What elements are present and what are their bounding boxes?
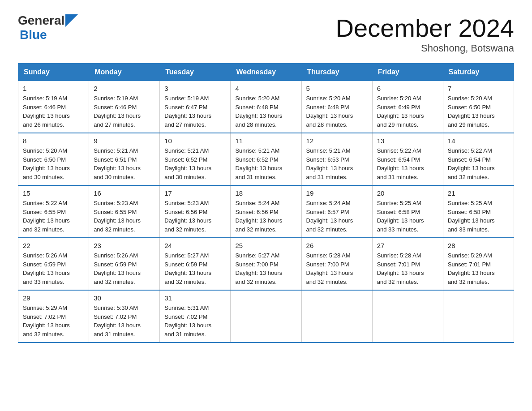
day-number: 23 (94, 242, 155, 249)
calendar-cell: 27Sunrise: 5:28 AM Sunset: 7:01 PM Dayli… (372, 238, 443, 290)
calendar-cell: 29Sunrise: 5:29 AM Sunset: 7:02 PM Dayli… (18, 290, 89, 342)
calendar-cell: 2Sunrise: 5:19 AM Sunset: 6:46 PM Daylig… (89, 81, 160, 133)
day-info: Sunrise: 5:20 AM Sunset: 6:48 PM Dayligh… (306, 94, 368, 129)
day-number: 8 (23, 137, 84, 145)
week-row-1: 1Sunrise: 5:19 AM Sunset: 6:46 PM Daylig… (18, 81, 514, 133)
day-number: 7 (448, 85, 509, 92)
day-info: Sunrise: 5:21 AM Sunset: 6:51 PM Dayligh… (94, 146, 155, 181)
calendar-subtitle: Shoshong, Botswana (336, 43, 514, 54)
day-info: Sunrise: 5:28 AM Sunset: 7:00 PM Dayligh… (306, 251, 368, 286)
calendar-cell: 11Sunrise: 5:21 AM Sunset: 6:52 PM Dayli… (231, 133, 301, 185)
day-number: 12 (306, 137, 368, 145)
day-number: 18 (235, 189, 296, 197)
day-info: Sunrise: 5:27 AM Sunset: 7:00 PM Dayligh… (235, 251, 296, 286)
week-row-2: 8Sunrise: 5:20 AM Sunset: 6:50 PM Daylig… (18, 133, 514, 185)
header-cell-monday: Monday (89, 64, 160, 81)
day-number: 21 (448, 189, 509, 197)
day-number: 6 (377, 85, 438, 92)
day-info: Sunrise: 5:21 AM Sunset: 6:53 PM Dayligh… (306, 146, 368, 181)
day-number: 9 (94, 137, 155, 145)
day-info: Sunrise: 5:31 AM Sunset: 7:02 PM Dayligh… (164, 304, 226, 338)
day-info: Sunrise: 5:22 AM Sunset: 6:54 PM Dayligh… (377, 146, 438, 181)
day-number: 30 (94, 294, 155, 302)
day-info: Sunrise: 5:23 AM Sunset: 6:56 PM Dayligh… (164, 199, 226, 234)
header-cell-thursday: Thursday (301, 64, 372, 81)
calendar-cell: 26Sunrise: 5:28 AM Sunset: 7:00 PM Dayli… (301, 238, 372, 290)
day-info: Sunrise: 5:27 AM Sunset: 6:59 PM Dayligh… (164, 251, 226, 286)
calendar-cell: 24Sunrise: 5:27 AM Sunset: 6:59 PM Dayli… (160, 238, 231, 290)
day-number: 3 (164, 85, 226, 92)
day-info: Sunrise: 5:22 AM Sunset: 6:54 PM Dayligh… (448, 146, 509, 181)
header-cell-wednesday: Wednesday (231, 64, 301, 81)
logo-blue-text: Blue (20, 28, 47, 42)
day-info: Sunrise: 5:26 AM Sunset: 6:59 PM Dayligh… (94, 251, 155, 286)
day-info: Sunrise: 5:29 AM Sunset: 7:02 PM Dayligh… (23, 304, 84, 338)
calendar-cell: 6Sunrise: 5:20 AM Sunset: 6:49 PM Daylig… (372, 81, 443, 133)
day-number: 10 (164, 137, 226, 145)
calendar-cell: 19Sunrise: 5:24 AM Sunset: 6:57 PM Dayli… (301, 185, 372, 238)
calendar-cell: 23Sunrise: 5:26 AM Sunset: 6:59 PM Dayli… (89, 238, 160, 290)
day-info: Sunrise: 5:24 AM Sunset: 6:57 PM Dayligh… (306, 199, 368, 234)
header-cell-saturday: Saturday (443, 64, 514, 81)
calendar-body: 1Sunrise: 5:19 AM Sunset: 6:46 PM Daylig… (18, 81, 514, 343)
day-number: 22 (23, 242, 84, 249)
day-number: 26 (306, 242, 368, 249)
day-number: 5 (306, 85, 368, 92)
calendar-cell: 25Sunrise: 5:27 AM Sunset: 7:00 PM Dayli… (231, 238, 301, 290)
day-info: Sunrise: 5:30 AM Sunset: 7:02 PM Dayligh… (94, 304, 155, 338)
day-info: Sunrise: 5:22 AM Sunset: 6:55 PM Dayligh… (23, 199, 84, 234)
day-info: Sunrise: 5:20 AM Sunset: 6:50 PM Dayligh… (448, 94, 509, 129)
calendar-table: SundayMondayTuesdayWednesdayThursdayFrid… (18, 63, 514, 343)
calendar-cell: 9Sunrise: 5:21 AM Sunset: 6:51 PM Daylig… (89, 133, 160, 185)
calendar-cell: 21Sunrise: 5:25 AM Sunset: 6:58 PM Dayli… (443, 185, 514, 238)
day-info: Sunrise: 5:25 AM Sunset: 6:58 PM Dayligh… (448, 199, 509, 234)
calendar-cell: 30Sunrise: 5:30 AM Sunset: 7:02 PM Dayli… (89, 290, 160, 342)
calendar-cell: 7Sunrise: 5:20 AM Sunset: 6:50 PM Daylig… (443, 81, 514, 133)
calendar-cell: 10Sunrise: 5:21 AM Sunset: 6:52 PM Dayli… (160, 133, 231, 185)
calendar-cell: 4Sunrise: 5:20 AM Sunset: 6:48 PM Daylig… (231, 81, 301, 133)
day-number: 19 (306, 189, 368, 197)
day-number: 27 (377, 242, 438, 249)
day-number: 17 (164, 189, 226, 197)
day-number: 4 (235, 85, 296, 92)
calendar-cell: 8Sunrise: 5:20 AM Sunset: 6:50 PM Daylig… (18, 133, 89, 185)
day-number: 11 (235, 137, 296, 145)
day-number: 1 (23, 85, 84, 92)
header: General Blue December 2024 Shoshong, Bot… (18, 13, 514, 54)
day-info: Sunrise: 5:26 AM Sunset: 6:59 PM Dayligh… (23, 251, 84, 286)
day-info: Sunrise: 5:23 AM Sunset: 6:55 PM Dayligh… (94, 199, 155, 234)
week-row-5: 29Sunrise: 5:29 AM Sunset: 7:02 PM Dayli… (18, 290, 514, 342)
day-number: 25 (235, 242, 296, 249)
header-cell-sunday: Sunday (18, 64, 89, 81)
day-info: Sunrise: 5:24 AM Sunset: 6:56 PM Dayligh… (235, 199, 296, 234)
day-info: Sunrise: 5:19 AM Sunset: 6:46 PM Dayligh… (23, 94, 84, 129)
calendar-header: SundayMondayTuesdayWednesdayThursdayFrid… (18, 64, 514, 81)
day-number: 13 (377, 137, 438, 145)
day-number: 24 (164, 242, 226, 249)
header-cell-friday: Friday (372, 64, 443, 81)
day-number: 2 (94, 85, 155, 92)
day-number: 28 (448, 242, 509, 249)
calendar-cell: 1Sunrise: 5:19 AM Sunset: 6:46 PM Daylig… (18, 81, 89, 133)
day-info: Sunrise: 5:21 AM Sunset: 6:52 PM Dayligh… (164, 146, 226, 181)
day-number: 20 (377, 189, 438, 197)
day-number: 15 (23, 189, 84, 197)
calendar-cell: 16Sunrise: 5:23 AM Sunset: 6:55 PM Dayli… (89, 185, 160, 238)
day-info: Sunrise: 5:20 AM Sunset: 6:50 PM Dayligh… (23, 146, 84, 181)
day-info: Sunrise: 5:21 AM Sunset: 6:52 PM Dayligh… (235, 146, 296, 181)
day-info: Sunrise: 5:25 AM Sunset: 6:58 PM Dayligh… (377, 199, 438, 234)
header-cell-tuesday: Tuesday (160, 64, 231, 81)
calendar-cell: 14Sunrise: 5:22 AM Sunset: 6:54 PM Dayli… (443, 133, 514, 185)
day-number: 14 (448, 137, 509, 145)
header-row: SundayMondayTuesdayWednesdayThursdayFrid… (18, 64, 514, 81)
calendar-cell (231, 290, 301, 342)
calendar-cell: 15Sunrise: 5:22 AM Sunset: 6:55 PM Dayli… (18, 185, 89, 238)
day-number: 31 (164, 294, 226, 302)
week-row-4: 22Sunrise: 5:26 AM Sunset: 6:59 PM Dayli… (18, 238, 514, 290)
calendar-cell: 5Sunrise: 5:20 AM Sunset: 6:48 PM Daylig… (301, 81, 372, 133)
calendar-cell: 28Sunrise: 5:29 AM Sunset: 7:01 PM Dayli… (443, 238, 514, 290)
calendar-cell (301, 290, 372, 342)
calendar-cell: 13Sunrise: 5:22 AM Sunset: 6:54 PM Dayli… (372, 133, 443, 185)
calendar-title: December 2024 (336, 13, 514, 43)
calendar-cell: 3Sunrise: 5:19 AM Sunset: 6:47 PM Daylig… (160, 81, 231, 133)
